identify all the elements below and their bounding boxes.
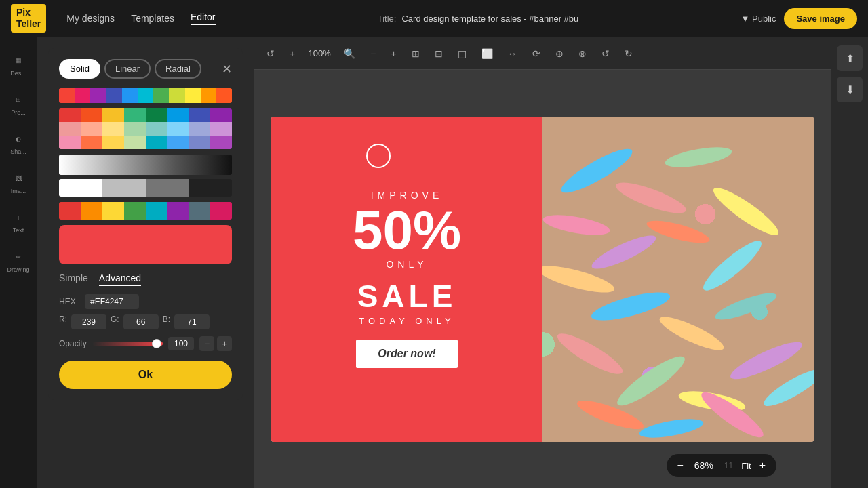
panel-area: Solid Linear Radial ✕ <box>37 37 254 488</box>
svg-point-12 <box>612 350 690 412</box>
opacity-slider[interactable] <box>92 342 163 346</box>
canvas-wrapper: IMPROVE 50% ONLY SALE TODAY ONLY Order n… <box>271 117 814 442</box>
opacity-increase-button[interactable]: + <box>217 336 232 351</box>
nav-right: ▼ Public Save image <box>741 8 857 29</box>
opacity-row: Opacity − + <box>59 336 232 351</box>
color-preview <box>59 225 232 264</box>
undo-button[interactable]: ↺ <box>262 45 279 62</box>
align-button-3[interactable]: ◫ <box>454 45 471 62</box>
gray-gradient[interactable] <box>59 155 232 175</box>
svg-point-6 <box>698 235 767 296</box>
palette-row-1[interactable] <box>59 88 232 103</box>
right-panel: ⬆ ⬇ <box>831 37 868 488</box>
sidebar-item-designs[interactable]: ▦ Des... <box>0 48 37 82</box>
align-button-1[interactable]: ⊞ <box>408 45 424 62</box>
save-image-button[interactable]: Save image <box>784 8 857 29</box>
hex-input[interactable] <box>85 294 139 309</box>
zoom-percent: 68% <box>692 460 716 471</box>
color-tabs: Simple Advanced <box>59 272 232 286</box>
add-button[interactable]: + <box>285 45 299 62</box>
zoom-add-button[interactable]: + <box>387 45 400 62</box>
linear-type-button[interactable]: Linear <box>104 59 151 79</box>
svg-point-2 <box>664 143 734 171</box>
solid-type-button[interactable]: Solid <box>59 59 100 79</box>
logo-badge: PixTeller <box>11 4 46 33</box>
redo-btn[interactable]: ↻ <box>620 45 637 62</box>
align-button-4[interactable]: ⬜ <box>477 45 497 62</box>
opacity-decrease-button[interactable]: − <box>199 336 214 351</box>
radial-type-button[interactable]: Radial <box>155 59 201 79</box>
nav-editor[interactable]: Editor <box>191 12 216 25</box>
public-button[interactable]: ▼ Public <box>741 14 776 24</box>
g-input[interactable] <box>123 314 159 329</box>
flip-button[interactable]: ↔ <box>504 45 521 62</box>
logo[interactable]: PixTeller <box>11 4 46 33</box>
g-label: G: <box>111 314 119 329</box>
sidebar-item-label: Pre... <box>11 109 26 116</box>
svg-point-4 <box>589 230 659 274</box>
gray-swatches[interactable] <box>59 179 232 197</box>
editor-canvas[interactable]: IMPROVE 50% ONLY SALE TODAY ONLY Order n… <box>254 70 831 488</box>
svg-point-7 <box>542 211 612 239</box>
title-label: Title: <box>378 14 397 24</box>
svg-point-11 <box>553 327 627 380</box>
r-input[interactable] <box>71 314 106 329</box>
fit-button[interactable]: Fit <box>741 461 751 471</box>
tab-advanced[interactable]: Advanced <box>99 272 141 286</box>
sidebar-item-text[interactable]: T Text <box>0 205 37 239</box>
svg-point-5 <box>645 216 711 247</box>
nav-templates[interactable]: Templates <box>131 13 174 24</box>
rotate-button[interactable]: ⟳ <box>528 45 545 62</box>
palette-row-gradient[interactable] <box>59 202 232 220</box>
main-layout: ▦ Des... ⊞ Pre... ◐ Sha... 🖼 Ima... T Te… <box>0 37 868 488</box>
order-now-button[interactable]: Order now! <box>356 340 457 368</box>
shapes-icon: ◐ <box>12 132 25 146</box>
opacity-input[interactable] <box>168 337 194 350</box>
svg-point-10 <box>713 288 779 325</box>
undo-btn-2[interactable]: ↺ <box>597 45 614 62</box>
align-button-2[interactable]: ⊟ <box>431 45 447 62</box>
zoom-display: 100% <box>306 48 333 58</box>
drawing-icon: ✏ <box>12 250 25 264</box>
layer-button-2[interactable]: ⊗ <box>574 45 591 62</box>
close-color-picker-button[interactable]: ✕ <box>222 63 232 75</box>
hex-label: HEX <box>59 297 79 306</box>
bottom-bar: − 68% 11 Fit + <box>667 454 777 477</box>
sidebar-item-images[interactable]: 🖼 Ima... <box>0 166 37 200</box>
nav-my-designs[interactable]: My designs <box>66 13 115 24</box>
ok-button[interactable]: Ok <box>59 361 232 389</box>
b-input[interactable] <box>174 314 210 329</box>
banner: IMPROVE 50% ONLY SALE TODAY ONLY Order n… <box>271 117 814 442</box>
b-label: B: <box>163 314 170 329</box>
svg-point-1 <box>613 176 689 218</box>
sidebar-item-presets[interactable]: ⊞ Pre... <box>0 87 37 121</box>
zoom-in-button[interactable]: 🔍 <box>340 45 359 62</box>
rgb-row: R: G: B: <box>59 314 232 329</box>
zoom-in-btn[interactable]: + <box>760 460 766 472</box>
svg-point-3 <box>709 182 783 241</box>
export-button[interactable]: ⬆ <box>837 45 863 71</box>
text-icon: T <box>12 211 25 224</box>
zoom-out-button[interactable]: − <box>366 45 380 62</box>
editor-toolbar: ↺ + 100% 🔍 − + ⊞ ⊟ ◫ ⬜ ↔ ⟳ ⊕ ⊗ ↺ ↻ <box>254 37 831 70</box>
svg-point-18 <box>760 363 814 411</box>
selection-handle[interactable] <box>366 144 391 168</box>
today-only-text: TODAY ONLY <box>359 316 454 326</box>
r-label: R: <box>59 314 67 329</box>
opacity-stepper: − + <box>199 336 232 351</box>
svg-point-17 <box>696 386 768 441</box>
title-value: Card design template for sales - #banner… <box>401 14 578 24</box>
layer-button-1[interactable]: ⊕ <box>551 45 568 62</box>
nav-center: Title: Card design template for sales - … <box>216 14 741 24</box>
sidebar-item-shapes[interactable]: ◐ Sha... <box>0 127 37 161</box>
left-sidebar: ▦ Des... ⊞ Pre... ◐ Sha... 🖼 Ima... T Te… <box>0 37 37 488</box>
palette-grid-1[interactable] <box>59 108 232 149</box>
sale-text: SALE <box>357 278 457 314</box>
zoom-out-btn[interactable]: − <box>677 460 684 472</box>
sidebar-item-label: Des... <box>10 70 26 77</box>
opacity-thumb <box>152 339 161 348</box>
tab-simple[interactable]: Simple <box>59 272 88 286</box>
sidebar-item-drawing[interactable]: ✏ Drawing <box>0 245 37 279</box>
zoom-separator: 11 <box>724 461 733 470</box>
download-button[interactable]: ⬇ <box>837 77 863 102</box>
